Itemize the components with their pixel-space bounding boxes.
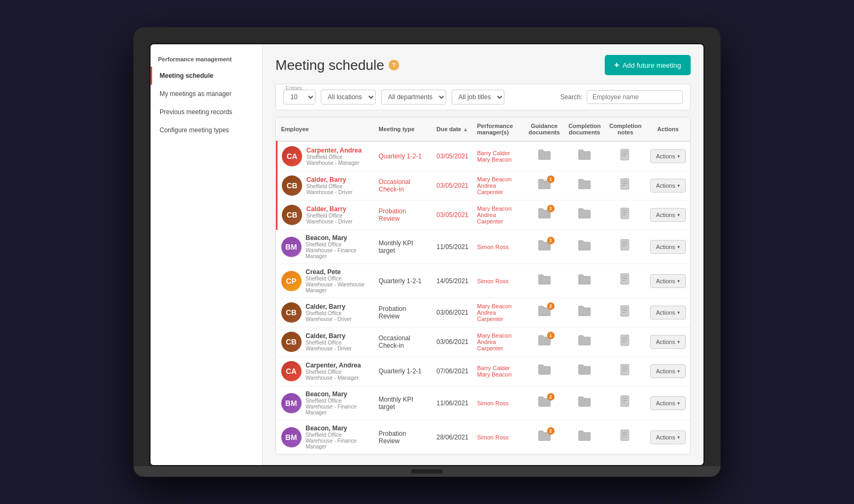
completion-notes-cell[interactable] (605, 230, 646, 264)
managers-cell: Simon Ross (473, 386, 524, 420)
actions-button[interactable]: Actions ▾ (650, 274, 686, 288)
location-select[interactable]: All locations (321, 90, 376, 105)
employee-name[interactable]: Carpenter, Andrea (306, 362, 361, 369)
completion-docs-cell[interactable] (564, 171, 605, 201)
meeting-type: Monthly KPI target (378, 396, 413, 411)
svg-rect-12 (621, 239, 629, 250)
manager-name[interactable]: Simon Ross (477, 244, 520, 250)
guidance-docs-cell[interactable] (524, 264, 564, 298)
sidebar-item-my-meetings[interactable]: My meetings as manager (151, 85, 262, 103)
completion-docs-cell[interactable] (564, 264, 605, 298)
manager-name[interactable]: Mary Beacon (477, 205, 520, 212)
actions-button[interactable]: Actions ▾ (650, 179, 686, 193)
guidance-docs-cell[interactable]: 1 (524, 171, 564, 201)
employee-role: Warehouse - Warehouse Manager (306, 282, 370, 293)
completion-notes-cell[interactable] (605, 357, 646, 386)
actions-button[interactable]: Actions ▾ (650, 430, 686, 444)
actions-button[interactable]: Actions ▾ (650, 364, 686, 378)
guidance-docs-cell[interactable]: 2 (524, 420, 564, 454)
guidance-docs-cell[interactable]: 2 (524, 230, 564, 264)
filters-row: Entries 10 25 50 100 All locations All d… (275, 84, 691, 110)
manager-name[interactable]: Simon Ross (477, 400, 520, 406)
guidance-docs-cell[interactable]: 2 (524, 386, 564, 420)
manager-name[interactable]: Mary Beacon (477, 156, 520, 163)
employee-name[interactable]: Calder, Barry (306, 332, 352, 340)
manager-name[interactable]: Simon Ross (477, 278, 520, 284)
completion-docs-cell[interactable] (564, 327, 605, 357)
manager-name[interactable]: Barry Calder (477, 150, 520, 156)
employee-name[interactable]: Cread, Pete (306, 268, 370, 276)
employee-name[interactable]: Calder, Barry (306, 176, 352, 183)
manager-name[interactable]: Andrea Carpenter (477, 212, 520, 225)
sidebar-item-configure[interactable]: Configure meeting types (151, 121, 262, 139)
actions-button[interactable]: Actions ▾ (650, 208, 686, 222)
completion-docs-cell[interactable] (564, 298, 605, 327)
completion-docs-cell[interactable] (564, 201, 605, 230)
actions-button[interactable]: Actions ▾ (650, 335, 686, 349)
completion-notes-icon (609, 273, 642, 289)
completion-docs-cell[interactable] (564, 230, 605, 264)
employee-name[interactable]: Beacon, Mary (306, 390, 370, 398)
guidance-docs-cell[interactable]: 1 (524, 327, 564, 357)
completion-notes-cell[interactable] (605, 327, 646, 357)
completion-docs-cell[interactable] (564, 420, 605, 454)
completion-notes-cell[interactable] (605, 420, 646, 454)
employee-name[interactable]: Calder, Barry (306, 205, 352, 213)
actions-label: Actions (656, 182, 675, 189)
manager-name[interactable]: Andrea Carpenter (477, 309, 520, 322)
manager-name[interactable]: Mary Beacon (477, 303, 520, 309)
completion-docs-cell[interactable] (564, 357, 605, 386)
avatar: CB (282, 175, 302, 196)
table-row: CP Cread, Pete Sheffield Office Warehous… (277, 264, 691, 298)
actions-button[interactable]: Actions ▾ (650, 306, 686, 319)
due-date: 11/05/2021 (437, 243, 469, 251)
manager-name[interactable]: Andrea Carpenter (477, 182, 520, 195)
actions-button[interactable]: Actions ▾ (650, 396, 686, 410)
manager-name[interactable]: Andrea Carpenter (477, 339, 520, 351)
employee-info: Calder, Barry Sheffield Office Warehouse… (306, 176, 352, 195)
job-title-select[interactable]: All job titles (452, 90, 504, 105)
completion-notes-cell[interactable] (605, 141, 646, 171)
table-row: BM Beacon, Mary Sheffield Office Warehou… (277, 420, 691, 454)
employee-info: Beacon, Mary Sheffield Office Warehouse … (306, 390, 370, 415)
manager-name[interactable]: Barry Calder (477, 365, 520, 371)
completion-notes-cell[interactable] (605, 264, 646, 298)
search-input[interactable] (587, 90, 683, 104)
sidebar-item-meeting-schedule[interactable]: Meeting schedule (151, 67, 262, 85)
completion-notes-cell[interactable] (605, 298, 646, 327)
entries-select[interactable]: 10 25 50 100 (283, 90, 315, 105)
sidebar-item-previous-records[interactable]: Previous meeting records (151, 103, 262, 121)
department-select[interactable]: All departments (381, 90, 446, 105)
add-future-meeting-button[interactable]: + Add future meeting (605, 55, 691, 75)
completion-notes-cell[interactable] (605, 171, 646, 201)
completion-notes-cell[interactable] (605, 201, 646, 230)
employee-name[interactable]: Beacon, Mary (306, 234, 370, 242)
completion-docs-cell[interactable] (564, 141, 605, 171)
completion-folder-icon (578, 239, 591, 254)
page-title: Meeting schedule (275, 57, 384, 74)
svg-rect-16 (621, 274, 629, 284)
completion-docs-cell[interactable] (564, 386, 605, 420)
completion-notes-icon (609, 364, 642, 379)
col-due-date[interactable]: Due date ▲ (432, 117, 473, 141)
actions-button[interactable]: Actions ▾ (650, 149, 686, 163)
employee-name[interactable]: Carpenter, Andrea (306, 147, 362, 154)
employee-name[interactable]: Beacon, Mary (306, 425, 370, 432)
employee-name[interactable]: Calder, Barry (306, 303, 352, 310)
help-icon[interactable]: ? (389, 60, 399, 70)
guidance-docs-cell[interactable] (524, 357, 564, 386)
employee-cell: CP Cread, Pete Sheffield Office Warehous… (277, 264, 375, 298)
guidance-docs-cell[interactable]: 2 (524, 201, 564, 230)
svg-rect-31 (622, 371, 626, 372)
employee-role: Warehouse - Finance Manager (306, 438, 370, 450)
guidance-docs-cell[interactable]: 2 (524, 298, 564, 327)
manager-name[interactable]: Simon Ross (477, 434, 520, 441)
svg-rect-37 (622, 432, 627, 433)
manager-name[interactable]: Mary Beacon (477, 371, 520, 378)
manager-name[interactable]: Mary Beacon (477, 176, 520, 182)
completion-notes-cell[interactable] (605, 386, 646, 420)
manager-name[interactable]: Mary Beacon (477, 332, 520, 339)
actions-button[interactable]: Actions ▾ (650, 240, 686, 254)
guidance-docs-cell[interactable] (524, 141, 564, 171)
svg-rect-26 (622, 339, 627, 340)
